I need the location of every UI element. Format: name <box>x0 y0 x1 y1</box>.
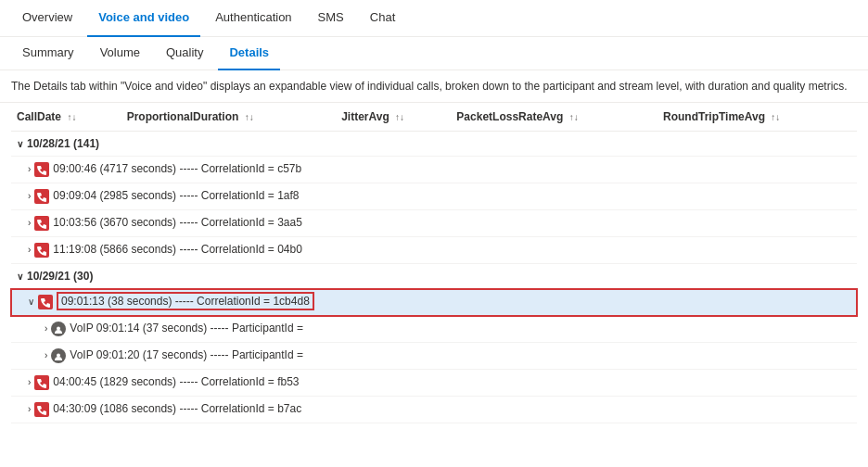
table-row[interactable]: ›11:19:08 (5866 seconds) ----- Correlati… <box>11 237 857 264</box>
sort-jitteravg-icon[interactable]: ↑↓ <box>395 112 404 122</box>
expand-row-icon[interactable]: › <box>45 350 47 360</box>
row-text: 04:00:45 (1829 seconds) ----- Correlatio… <box>53 375 299 388</box>
sub-navigation: Summary Volume Quality Details <box>0 37 868 70</box>
col-packetlossrateavg[interactable]: PacketLossRateAvg ↑↓ <box>451 103 657 132</box>
call-icon <box>34 189 49 204</box>
sort-roundtriptimeavg-icon[interactable]: ↑↓ <box>771 112 780 122</box>
table-row[interactable]: ›04:00:45 (1829 seconds) ----- Correlati… <box>11 370 857 397</box>
call-icon <box>34 402 49 417</box>
expand-row-icon[interactable]: › <box>28 191 31 201</box>
sort-packetlossrateavg-icon[interactable]: ↑↓ <box>569 112 579 122</box>
group-row[interactable]: ∨10/28/21 (141) <box>11 132 857 157</box>
top-nav-overview[interactable]: Overview <box>11 0 83 37</box>
top-nav-authentication[interactable]: Authentication <box>204 0 302 37</box>
col-proportionalduration[interactable]: ProportionalDuration ↑↓ <box>121 103 337 132</box>
page-description: The Details tab within "Voice and video"… <box>0 70 868 103</box>
table-row[interactable]: ›10:03:56 (3670 seconds) ----- Correlati… <box>11 210 857 237</box>
sort-proportionalduration-icon[interactable]: ↑↓ <box>245 112 254 122</box>
collapse-icon[interactable]: ∨ <box>17 271 23 282</box>
col-calldate[interactable]: CallDate ↑↓ <box>11 103 121 132</box>
table-row[interactable]: ›VoIP 09:01:20 (17 seconds) ----- Partic… <box>11 343 857 370</box>
sort-calldate-icon[interactable]: ↑↓ <box>67 112 76 122</box>
call-icon <box>38 295 53 309</box>
data-table: CallDate ↑↓ ProportionalDuration ↑↓ Jitt… <box>11 103 857 423</box>
row-text: 10:03:56 (3670 seconds) ----- Correlatio… <box>53 216 301 229</box>
top-nav-chat[interactable]: Chat <box>359 0 406 37</box>
user-icon <box>51 322 66 336</box>
row-text: 09:09:04 (2985 seconds) ----- Correlatio… <box>53 189 299 202</box>
row-text: VoIP 09:01:14 (37 seconds) ----- Partici… <box>70 322 303 334</box>
svg-point-1 <box>57 353 60 357</box>
sub-nav-details[interactable]: Details <box>218 37 280 70</box>
call-icon <box>34 162 49 177</box>
table-row[interactable]: ∨09:01:13 (38 seconds) ----- Correlation… <box>11 289 857 316</box>
user-icon <box>51 348 66 363</box>
sub-nav-volume[interactable]: Volume <box>89 37 151 70</box>
top-nav-sms[interactable]: SMS <box>307 0 355 37</box>
call-icon <box>34 375 49 390</box>
expand-row-icon[interactable]: › <box>28 245 31 255</box>
highlighted-call-text: 09:01:13 (38 seconds) ----- CorrelationI… <box>57 292 314 310</box>
expand-row-icon[interactable]: › <box>28 377 31 387</box>
row-text: 09:00:46 (4717 seconds) ----- Correlatio… <box>53 162 301 175</box>
expand-row-icon[interactable]: › <box>28 164 31 174</box>
table-row[interactable]: ›04:30:09 (1086 seconds) ----- Correlati… <box>11 397 857 423</box>
table-row[interactable]: ›09:09:04 (2985 seconds) ----- Correlati… <box>11 183 857 210</box>
expand-row-icon[interactable]: ∨ <box>28 297 34 307</box>
expand-row-icon[interactable]: › <box>28 218 31 228</box>
col-roundtriptimeavg[interactable]: RoundTripTimeAvg ↑↓ <box>657 103 857 132</box>
sub-nav-quality[interactable]: Quality <box>155 37 214 70</box>
expand-row-icon[interactable]: › <box>45 323 47 334</box>
top-nav-voice-and-video[interactable]: Voice and video <box>87 0 200 37</box>
row-text: 04:30:09 (1086 seconds) ----- Correlatio… <box>53 402 301 415</box>
table-body: ∨10/28/21 (141)›09:00:46 (4717 seconds) … <box>11 132 857 423</box>
row-text: VoIP 09:01:20 (17 seconds) ----- Partici… <box>70 348 303 361</box>
row-text: 11:19:08 (5866 seconds) ----- Correlatio… <box>53 243 301 256</box>
table-row[interactable]: ›VoIP 09:01:14 (37 seconds) ----- Partic… <box>11 316 857 343</box>
expand-row-icon[interactable]: › <box>28 404 31 414</box>
collapse-icon[interactable]: ∨ <box>17 139 23 149</box>
top-navigation: Overview Voice and video Authentication … <box>0 0 868 37</box>
call-icon <box>34 243 49 258</box>
data-table-container: CallDate ↑↓ ProportionalDuration ↑↓ Jitt… <box>0 103 868 423</box>
table-row[interactable]: ›09:00:46 (4717 seconds) ----- Correlati… <box>11 157 857 183</box>
table-header-row: CallDate ↑↓ ProportionalDuration ↑↓ Jitt… <box>11 103 857 132</box>
sub-nav-summary[interactable]: Summary <box>11 37 85 70</box>
group-row[interactable]: ∨10/29/21 (30) <box>11 264 857 289</box>
svg-point-0 <box>57 326 60 330</box>
call-icon <box>34 216 49 231</box>
col-jitteravg[interactable]: JitterAvg ↑↓ <box>336 103 451 132</box>
